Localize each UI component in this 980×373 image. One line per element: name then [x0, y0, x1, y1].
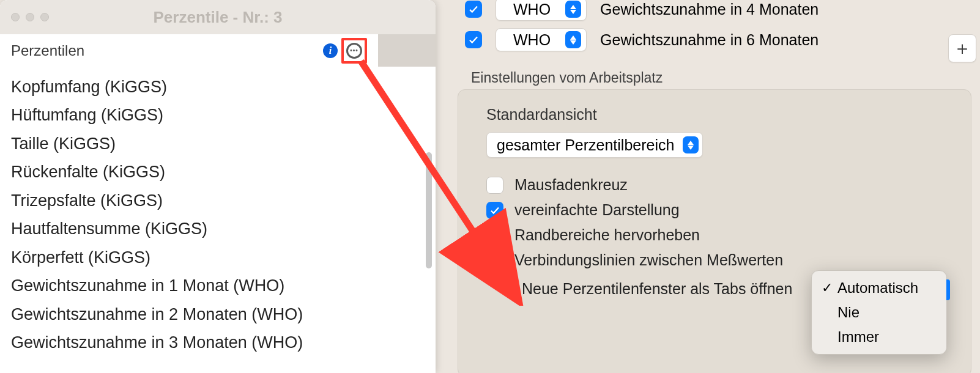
list-item[interactable]: Kopfumfang (KiGGS)	[11, 73, 436, 101]
svg-marker-5	[688, 146, 694, 150]
svg-marker-3	[570, 40, 576, 45]
annotation-highlight: •••	[341, 38, 367, 64]
window-controls[interactable]	[11, 13, 49, 21]
list-item[interactable]: Gewichtszunahme in 1 Monat (WHO)	[11, 271, 436, 300]
percentile-list-area: Kopfumfang (KiGGS) Hüftumfang (KiGGS) Ta…	[0, 67, 436, 373]
percentiles-window: Perzentile - Nr.: 3 Perzentilen i ••• Ko…	[0, 0, 436, 373]
tab-strip: Perzentilen i •••	[0, 34, 436, 67]
source-row: WHO Gewichtszunahme in 6 Monaten	[465, 24, 819, 55]
option-label: Randbereiche hervorheben	[514, 226, 700, 244]
titlebar: Perzentile - Nr.: 3	[0, 0, 436, 34]
source-row-label: Gewichtszunahme in 4 Monaten	[600, 1, 819, 18]
minimize-icon[interactable]	[26, 13, 34, 21]
updown-icon	[683, 136, 699, 153]
source-row: WHO Gewichtszunahme in 4 Monaten	[465, 0, 819, 24]
tab-percentiles[interactable]: Perzentilen i •••	[0, 34, 378, 67]
window-title: Perzentile - Nr.: 3	[0, 8, 436, 27]
list-item[interactable]: Gewichtszunahme in 3 Monaten (WHO)	[11, 328, 436, 356]
updown-icon	[565, 31, 581, 48]
scrollbar-thumb[interactable]	[426, 152, 432, 268]
list-item[interactable]: Rückenfalte (KiGGS)	[11, 158, 436, 186]
source-select[interactable]: WHO	[496, 0, 587, 21]
updown-icon	[565, 1, 581, 18]
check-icon: ✓	[820, 280, 834, 296]
tabs-option-label: Neue Perzentilenfenster als Tabs öffnen	[522, 280, 792, 298]
checkbox-icon[interactable]	[465, 1, 482, 18]
close-icon[interactable]	[11, 13, 20, 21]
default-view-label: Standardansicht	[486, 106, 952, 124]
checkbox-icon[interactable]	[465, 31, 482, 48]
list-item[interactable]: Gewichtszunahme in 2 Monaten (WHO)	[11, 300, 436, 328]
list-item[interactable]: Hüftumfang (KiGGS)	[11, 101, 436, 129]
menu-item-always[interactable]: Immer	[815, 325, 943, 349]
menu-item-label: Immer	[837, 328, 879, 345]
svg-marker-4	[688, 141, 694, 145]
list-item[interactable]: Körperfett (KiGGS)	[11, 243, 436, 271]
menu-item-never[interactable]: Nie	[815, 300, 943, 325]
checkbox-icon[interactable]	[486, 202, 503, 219]
list-item[interactable]: Trizepsfalte (KiGGS)	[11, 186, 436, 215]
more-icon[interactable]: •••	[346, 43, 362, 59]
source-select-value: WHO	[513, 31, 551, 49]
svg-marker-0	[570, 5, 576, 9]
zoom-icon[interactable]	[40, 13, 49, 21]
checkbox-icon[interactable]	[486, 252, 503, 269]
menu-item-auto[interactable]: ✓ Automatisch	[815, 276, 943, 300]
option-label: Mausfadenkreuz	[514, 176, 628, 194]
option-row: Mausfadenkreuz	[486, 176, 952, 194]
list-item[interactable]: Taille (KiGGS)	[11, 130, 436, 158]
info-icon[interactable]: i	[323, 43, 338, 58]
checkbox-icon[interactable]	[486, 177, 503, 194]
settings-heading: Einstellungen vom Arbeitsplatz	[471, 70, 663, 86]
plus-icon: ＋	[953, 36, 971, 61]
source-select-value: WHO	[513, 1, 551, 18]
checkbox-icon[interactable]	[486, 227, 503, 244]
tabs-mode-menu[interactable]: ✓ Automatisch Nie Immer	[811, 270, 947, 355]
menu-item-label: Nie	[837, 304, 859, 321]
source-row-label: Gewichtszunahme in 6 Monaten	[600, 31, 819, 49]
option-row: Randbereiche hervorheben	[486, 226, 952, 244]
tab-label: Perzentilen	[11, 42, 314, 59]
svg-marker-2	[570, 35, 576, 40]
add-button[interactable]: ＋	[948, 34, 976, 62]
default-view-select[interactable]: gesamter Perzentilbereich	[486, 132, 703, 158]
default-view-value: gesamter Perzentilbereich	[497, 136, 674, 154]
option-row: vereinfachte Darstellung	[486, 201, 952, 219]
option-label: Verbindungslinien zwischen Meßwerten	[514, 251, 783, 269]
source-rows: WHO Gewichtszunahme in 4 Monaten WHO Gew…	[465, 0, 819, 55]
option-row: Verbindungslinien zwischen Meßwerten	[486, 251, 952, 269]
percentile-list[interactable]: Kopfumfang (KiGGS) Hüftumfang (KiGGS) Ta…	[0, 67, 436, 356]
source-select[interactable]: WHO	[496, 28, 587, 51]
list-item[interactable]: Hautfaltensumme (KiGGS)	[11, 215, 436, 243]
option-label: vereinfachte Darstellung	[514, 201, 680, 219]
selection-edge	[946, 279, 950, 300]
svg-marker-1	[570, 10, 576, 14]
menu-item-label: Automatisch	[837, 279, 918, 297]
